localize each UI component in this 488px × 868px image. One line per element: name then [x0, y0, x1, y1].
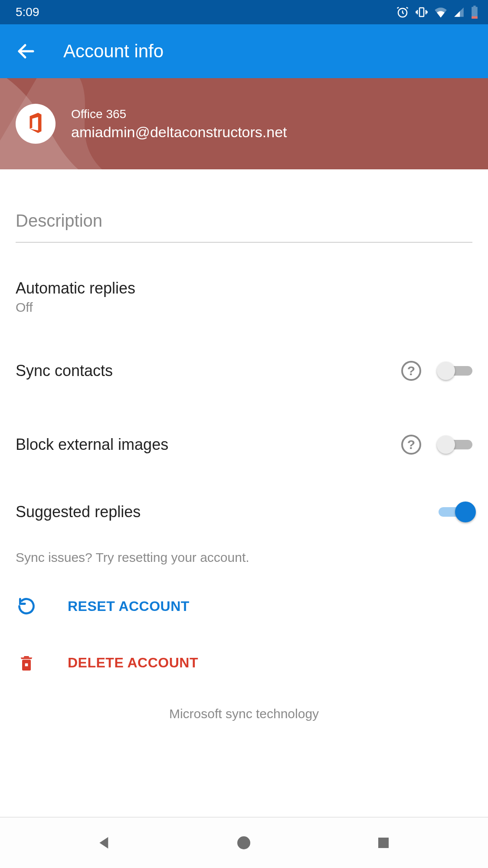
suggested-replies-label: Suggested replies	[16, 503, 141, 521]
sync-contacts-row: Sync contacts ?	[16, 334, 472, 408]
automatic-replies-row[interactable]: Automatic replies Off	[16, 260, 472, 334]
svg-rect-1	[419, 8, 424, 17]
vibrate-icon	[415, 6, 428, 19]
svg-rect-4	[472, 17, 478, 19]
reset-account-label: RESET ACCOUNT	[68, 598, 190, 614]
description-input[interactable]	[16, 208, 472, 238]
help-icon[interactable]: ?	[401, 361, 421, 381]
svg-rect-6	[25, 663, 28, 667]
wifi-icon	[434, 7, 447, 18]
account-text: Office 365 amiadmin@deltaconstructors.ne…	[71, 107, 287, 141]
automatic-replies-value: Off	[16, 300, 135, 315]
reset-account-button[interactable]: RESET ACCOUNT	[16, 578, 472, 634]
description-field-wrap	[16, 169, 472, 243]
page-title: Account info	[63, 41, 164, 62]
status-bar: 5:09	[0, 0, 488, 24]
block-external-images-row: Block external images ?	[16, 408, 472, 482]
sync-contacts-label: Sync contacts	[16, 362, 113, 380]
status-icons	[396, 6, 478, 19]
block-external-images-label: Block external images	[16, 436, 168, 454]
block-external-images-toggle[interactable]	[439, 436, 472, 454]
sync-hint: Sync issues? Try resetting your account.	[16, 542, 472, 578]
account-type-label: Office 365	[71, 107, 287, 121]
suggested-replies-row: Suggested replies	[16, 482, 472, 542]
office-icon	[25, 111, 46, 136]
help-icon[interactable]: ?	[401, 435, 421, 455]
account-avatar	[16, 104, 56, 144]
alarm-icon	[396, 6, 409, 19]
nav-home-button[interactable]	[226, 825, 261, 860]
settings-content: Automatic replies Off Sync contacts ? Bl…	[0, 169, 488, 739]
delete-account-button[interactable]: DELETE ACCOUNT	[16, 634, 472, 691]
system-nav-bar	[0, 817, 488, 868]
svg-rect-8	[378, 838, 389, 848]
sync-technology-note: Microsoft sync technology	[16, 691, 472, 739]
delete-account-label: DELETE ACCOUNT	[68, 655, 198, 671]
back-button[interactable]	[13, 38, 39, 64]
reset-icon	[16, 597, 37, 616]
account-email-label: amiadmin@deltaconstructors.net	[71, 124, 287, 141]
sync-contacts-toggle[interactable]	[439, 362, 472, 380]
automatic-replies-label: Automatic replies	[16, 279, 135, 297]
nav-back-button[interactable]	[87, 825, 122, 860]
screen: 5:09 Account info	[0, 0, 488, 868]
app-bar: Account info	[0, 24, 488, 78]
cell-signal-icon	[453, 7, 465, 18]
suggested-replies-toggle[interactable]	[439, 503, 472, 521]
nav-recent-button[interactable]	[366, 825, 401, 860]
svg-point-7	[237, 836, 250, 849]
battery-icon	[471, 6, 478, 19]
account-header: Office 365 amiadmin@deltaconstructors.ne…	[0, 78, 488, 169]
svg-rect-3	[473, 6, 475, 7]
trash-icon	[16, 653, 37, 672]
status-time: 5:09	[16, 5, 39, 19]
